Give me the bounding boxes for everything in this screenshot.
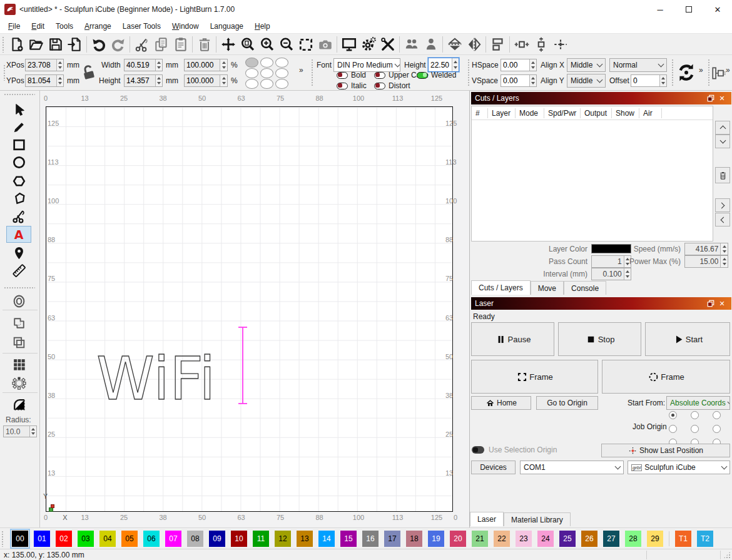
undo-button[interactable] — [89, 35, 108, 54]
xpos-spinner[interactable] — [56, 59, 63, 71]
edit-shape-tool[interactable] — [6, 190, 31, 207]
float-panel-icon[interactable] — [705, 93, 716, 103]
close-button[interactable]: ✕ — [703, 0, 732, 19]
color-swatch-19[interactable]: 19 — [428, 531, 444, 547]
menu-window[interactable]: Window — [166, 20, 205, 33]
cuts-layers-header[interactable]: Cuts / Layers ✕ — [471, 92, 731, 104]
speed-input[interactable] — [684, 243, 728, 255]
start-from-combo[interactable]: Absolute Coords — [666, 396, 730, 410]
close-panel-icon[interactable]: ✕ — [716, 298, 728, 308]
position-laser-tool[interactable] — [6, 245, 31, 262]
upper-case-toggle[interactable] — [374, 72, 385, 79]
xpos-input[interactable] — [25, 59, 64, 71]
device-combo[interactable]: grblSculpfun iCube — [628, 461, 730, 474]
distort-toggle[interactable] — [374, 83, 385, 89]
color-swatch-21[interactable]: 21 — [472, 531, 488, 547]
dock-tab-laser[interactable]: Laser — [470, 512, 504, 526]
column-output[interactable]: Output — [581, 108, 612, 118]
laser-panel-header[interactable]: Laser ✕ — [471, 297, 731, 310]
layer-right-button[interactable] — [715, 198, 730, 212]
offset-shapes-tool[interactable] — [6, 293, 31, 310]
home-button[interactable]: Home — [471, 396, 531, 410]
job-origin-radio-3[interactable] — [669, 425, 677, 433]
color-swatch-02[interactable]: 02 — [56, 531, 72, 547]
anchor-point-2[interactable] — [275, 58, 288, 68]
color-swatch-11[interactable]: 11 — [253, 531, 269, 547]
resize-grip[interactable] — [723, 551, 731, 559]
devices-button[interactable]: Devices — [471, 461, 516, 474]
radius-spinner[interactable] — [29, 426, 36, 437]
width-percent-input[interactable] — [184, 59, 228, 71]
zoom-to-page-button[interactable] — [238, 35, 257, 54]
dock-tab-material-library[interactable]: Material Library — [504, 512, 571, 526]
draw-lines-tool[interactable] — [6, 119, 31, 136]
anchor-point-1[interactable] — [260, 58, 273, 68]
color-swatch-17[interactable]: 17 — [384, 531, 400, 547]
font-height-spinner[interactable] — [452, 58, 459, 71]
color-swatch-29[interactable]: 29 — [647, 531, 663, 547]
cut-shapes-tool[interactable] — [6, 208, 31, 225]
frame-circle-button[interactable]: Frame — [602, 360, 730, 394]
port-combo[interactable]: COM1 — [520, 461, 624, 474]
distribute-vertical-button[interactable] — [531, 35, 551, 54]
cuts-tab-cuts-layers[interactable]: Cuts / Layers — [471, 280, 531, 295]
width-input[interactable] — [124, 59, 163, 71]
refresh-variable-text-icon[interactable] — [676, 62, 697, 85]
interval-input[interactable] — [591, 268, 631, 280]
toolbar-handle[interactable] — [2, 36, 5, 53]
menu-arrange[interactable]: Arrange — [79, 20, 117, 33]
color-swatch-07[interactable]: 07 — [165, 531, 181, 547]
menu-file[interactable]: File — [3, 20, 26, 33]
menu-help[interactable]: Help — [249, 20, 276, 33]
color-swatch-13[interactable]: 13 — [297, 531, 313, 547]
vspace-input[interactable] — [501, 74, 537, 87]
color-swatch-06[interactable]: 06 — [143, 531, 160, 547]
color-swatch-20[interactable]: 20 — [450, 531, 466, 547]
text-tool[interactable]: A — [6, 226, 31, 243]
maximize-button[interactable] — [674, 0, 703, 19]
start-button[interactable]: Start — [645, 322, 730, 356]
zoom-in-button[interactable] — [257, 35, 277, 54]
distribute-horizontal-button[interactable] — [512, 35, 531, 54]
layer-left-button[interactable] — [715, 213, 730, 227]
color-swatch-09[interactable]: 09 — [209, 531, 225, 547]
text-object-wifi[interactable]: WiFi — [95, 343, 252, 415]
float-panel-icon[interactable] — [705, 298, 716, 308]
frame-selection-button[interactable] — [296, 35, 315, 54]
color-swatch-28[interactable]: 28 — [625, 531, 641, 547]
anchor-point-0[interactable] — [245, 58, 258, 68]
wifi-outline-text[interactable]: WiFi — [96, 345, 215, 413]
dock-panels-icon[interactable] — [711, 65, 727, 83]
save-file-button[interactable] — [46, 35, 65, 54]
color-swatch-18[interactable]: 18 — [406, 531, 422, 547]
offset-input[interactable] — [631, 74, 667, 87]
align-objects-button[interactable] — [488, 35, 507, 54]
hspace-input[interactable] — [501, 59, 537, 71]
job-origin-radio-4[interactable] — [691, 425, 699, 433]
space-toolbar-handle[interactable] — [467, 59, 470, 87]
redo-button[interactable] — [108, 35, 128, 54]
column-spdpwr[interactable]: Spd/Pwr — [544, 108, 581, 118]
stop-button[interactable]: Stop — [558, 322, 641, 356]
welded-toggle[interactable] — [417, 72, 428, 79]
job-origin-radio-5[interactable] — [713, 425, 721, 433]
job-origin-radio-2[interactable] — [713, 411, 721, 419]
color-swatch-00[interactable]: 00 — [12, 531, 28, 547]
color-swatch-16[interactable]: 16 — [362, 531, 379, 547]
menu-tools[interactable]: Tools — [50, 20, 79, 33]
menu-edit[interactable]: Edit — [26, 20, 50, 33]
job-origin-radio-0[interactable] — [669, 411, 677, 419]
minimize-button[interactable]: ─ — [646, 0, 674, 19]
variable-text-handle[interactable] — [671, 59, 674, 87]
use-selection-origin-toggle[interactable] — [472, 446, 484, 454]
bold-toggle[interactable] — [337, 72, 348, 79]
layer-delete-button[interactable] — [715, 167, 730, 183]
radius-input[interactable] — [3, 425, 37, 437]
color-swatch-25[interactable]: 25 — [559, 531, 576, 547]
layer-list[interactable]: #LayerModeSpd/PwrOutputShowAir — [471, 106, 713, 242]
color-swatch-24[interactable]: 24 — [537, 531, 554, 547]
work-area[interactable] — [46, 106, 453, 512]
color-swatch-22[interactable]: 22 — [494, 531, 510, 547]
cut-button[interactable] — [132, 35, 151, 54]
palette-handle[interactable] — [1, 531, 4, 547]
